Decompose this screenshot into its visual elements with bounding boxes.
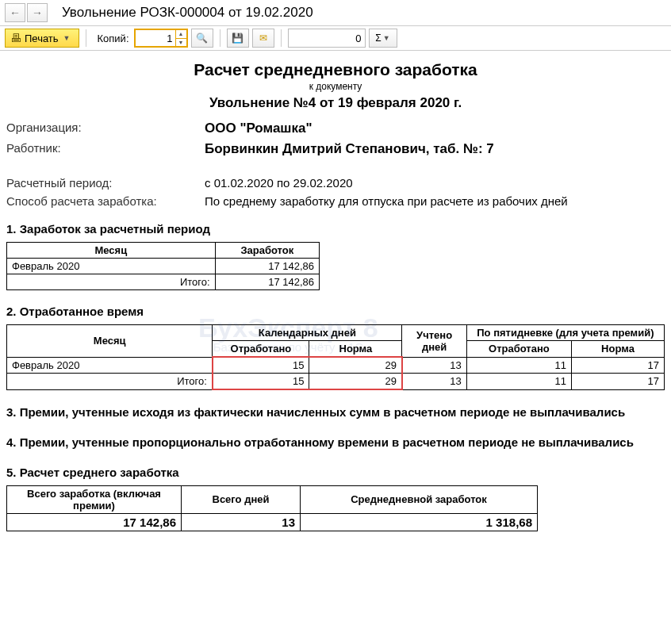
report-subtitle-doc: Увольнение №4 от 19 февраля 2020 г. xyxy=(6,95,665,111)
copies-label: Копий: xyxy=(98,33,129,44)
copies-input[interactable] xyxy=(136,30,175,46)
sigma-icon: Σ xyxy=(375,33,381,44)
copies-up[interactable]: ▲ xyxy=(175,30,186,39)
separator xyxy=(220,29,220,47)
col-month: Месяц xyxy=(7,243,216,259)
copies-down[interactable]: ▼ xyxy=(175,39,186,47)
printer-icon: 🖶 xyxy=(10,32,21,44)
magnifier-icon: 🔍 xyxy=(196,33,208,44)
report-subtitle-small: к документу xyxy=(6,81,665,92)
envelope-icon: ✉ xyxy=(259,33,267,44)
dropdown-icon: ▼ xyxy=(63,34,71,42)
method-value: По среднему заработку для отпуска при ра… xyxy=(205,194,568,208)
table-total-row: Итого: 15 29 13 11 17 xyxy=(7,374,665,390)
worked-time-table: Месяц Календарных дней Учтено дней По пя… xyxy=(6,324,665,390)
table-row: Февраль 202017 142,86 xyxy=(7,259,320,274)
nav-back-button[interactable]: ← xyxy=(5,3,25,22)
diskette-icon: 💾 xyxy=(232,33,243,44)
section1-title: 1. Заработок за расчетный период xyxy=(6,222,665,236)
section2-title: 2. Отработанное время xyxy=(6,305,665,318)
emp-value: Борвинкин Дмитрий Степанович, таб. №: 7 xyxy=(205,141,494,157)
sigma-button[interactable]: Σ ▼ xyxy=(369,29,397,48)
number-input[interactable] xyxy=(289,29,365,47)
dropdown-icon: ▼ xyxy=(383,34,390,42)
period-label: Расчетный период: xyxy=(6,176,205,190)
section5-title: 5. Расчет среднего заработка xyxy=(6,466,665,479)
report-title: Расчет среднедневного заработка xyxy=(6,60,665,79)
section3-title: 3. Премии, учтенные исходя из фактически… xyxy=(6,404,665,420)
preview-button[interactable]: 🔍 xyxy=(191,29,213,48)
number-input-wrap xyxy=(288,29,366,48)
email-button[interactable]: ✉ xyxy=(252,29,274,48)
copies-input-wrap: ▲ ▼ xyxy=(134,29,188,48)
org-value: ООО "Ромашка" xyxy=(205,121,312,136)
table-row: Февраль 2020 15 29 13 11 17 xyxy=(7,357,665,374)
nav-forward-button[interactable]: → xyxy=(27,3,48,22)
print-button[interactable]: 🖶 Печать ▼ xyxy=(5,29,79,48)
document-title: Увольнение РОЗК-000004 от 19.02.2020 xyxy=(62,5,313,21)
col-earn: Заработок xyxy=(215,243,319,259)
separator xyxy=(281,29,282,47)
org-label: Организация: xyxy=(6,121,205,136)
earnings-table: МесяцЗаработок Февраль 202017 142,86 Ито… xyxy=(6,242,320,290)
period-value: с 01.02.2020 по 29.02.2020 xyxy=(205,176,353,190)
print-button-label: Печать xyxy=(25,33,59,44)
section4-title: 4. Премии, учтенные пропорционально отра… xyxy=(6,435,665,450)
average-calc-table: Всего заработка (включая премии) Всего д… xyxy=(6,485,538,531)
table-total-row: Итого:17 142,86 xyxy=(7,274,320,290)
emp-label: Работник: xyxy=(6,141,205,157)
method-label: Способ расчета заработка: xyxy=(6,194,205,208)
table-row: 17 142,86 13 1 318,68 xyxy=(7,513,538,531)
separator xyxy=(86,29,86,47)
save-button[interactable]: 💾 xyxy=(227,29,249,48)
